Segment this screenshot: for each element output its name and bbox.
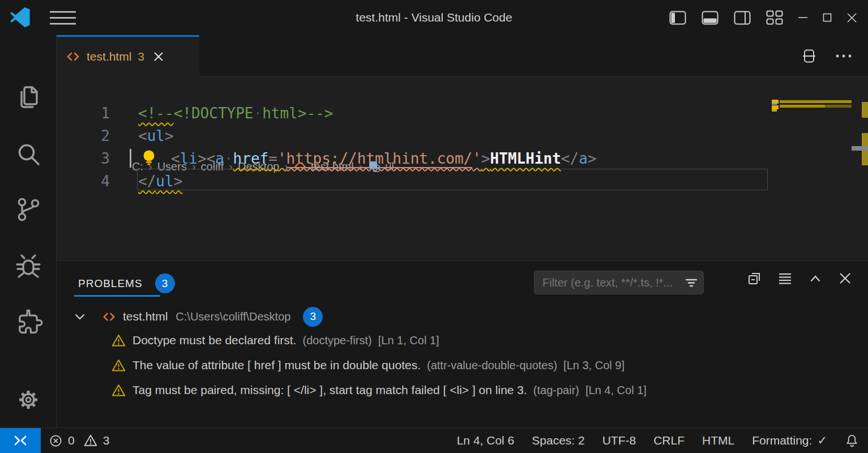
problem-message: The value of attribute [ href ] must be …	[132, 358, 421, 372]
code-token: ·	[224, 150, 233, 167]
problem-rule: (attr-value-double-quotes)	[427, 359, 557, 372]
close-panel-icon[interactable]	[838, 271, 852, 285]
minimap[interactable]	[772, 99, 852, 260]
remote-indicator[interactable]	[0, 428, 41, 453]
customize-layout-icon[interactable]	[766, 10, 783, 25]
lightbulb-icon[interactable]	[140, 148, 158, 166]
tab-label: test.html	[87, 50, 131, 63]
code-line-2[interactable]: 2<ul>	[57, 125, 772, 147]
source-control-icon[interactable]	[14, 195, 43, 224]
tab-test-html[interactable]: test.html 3	[57, 35, 199, 76]
code-text: <ul>	[138, 125, 174, 147]
problem-rule: (doctype-first)	[302, 334, 371, 347]
collapse-all-icon[interactable]	[747, 271, 762, 286]
maximize-panel-icon[interactable]	[808, 271, 823, 286]
problem-rule: (tag-pair)	[533, 384, 579, 397]
tab-close-icon[interactable]	[153, 51, 164, 62]
active-panel-tab-underline	[74, 295, 160, 297]
code-line-1[interactable]: 1<!--<!DOCTYPE·html>-->	[57, 102, 772, 125]
menu-hamburger-icon[interactable]	[50, 10, 76, 25]
vscode-logo-icon[interactable]	[10, 7, 31, 28]
toggle-primary-sidebar-icon[interactable]	[669, 11, 686, 25]
code-token: </	[138, 173, 156, 190]
code-token: li	[180, 150, 198, 167]
notifications-bell-icon[interactable]	[845, 434, 859, 448]
more-actions-icon[interactable]	[835, 53, 852, 59]
problems-filter-input[interactable]	[541, 276, 684, 290]
code-token: href	[233, 150, 269, 167]
code-line-4[interactable]: 4</ul>	[57, 170, 772, 193]
run-debug-icon[interactable]	[14, 252, 43, 281]
code-token: >	[165, 127, 174, 144]
editor[interactable]: C: › Users › coliff › Desktop › test.htm…	[57, 76, 868, 260]
problem-location: [Ln 1, Col 1]	[378, 334, 439, 347]
html-file-icon	[66, 49, 80, 64]
code-text: <!--<!DOCTYPE·html>-->	[138, 102, 333, 125]
problems-file-path: C:\Users\coliff\Desktop	[176, 310, 290, 323]
minimize-button[interactable]	[798, 13, 807, 22]
html-file-icon	[102, 310, 116, 324]
maximize-button[interactable]	[823, 13, 832, 22]
code-token: <!DOCTYPE	[174, 105, 254, 122]
problem-message: Doctype must be declared first.	[132, 334, 296, 347]
code-token: ·	[254, 105, 263, 122]
code-token: >	[198, 150, 207, 167]
code-token: </	[561, 150, 579, 167]
explorer-icon[interactable]	[14, 83, 43, 112]
code-token: >	[174, 173, 183, 190]
problems-file-group[interactable]: test.html C:\Users\coliff\Desktop 3	[57, 305, 868, 328]
activity-bar	[0, 35, 57, 428]
formatting-status[interactable]: Formatting:✓	[752, 434, 827, 447]
code-text: </ul>	[138, 170, 182, 193]
problems-panel: PROBLEMS 3	[57, 260, 868, 428]
split-editor-icon[interactable]	[801, 48, 817, 64]
line-number: 4	[57, 170, 110, 193]
problem-location: [Ln 3, Col 9]	[563, 359, 625, 372]
indentation[interactable]: Spaces: 2	[532, 434, 584, 447]
scrollbar-overview-ruler[interactable]	[852, 76, 868, 260]
warning-icon	[111, 333, 126, 348]
error-count: 0	[68, 434, 75, 447]
tab-strip: test.html 3	[57, 35, 868, 76]
settings-gear-icon[interactable]	[14, 385, 43, 414]
code-lines[interactable]: 1<!--<!DOCTYPE·html>-->2<ul>3<li><a·href…	[57, 102, 772, 193]
filter-icon[interactable]	[684, 275, 699, 290]
tab-problems[interactable]: PROBLEMS 3	[78, 273, 175, 293]
warning-icon	[111, 358, 126, 373]
problem-message: Tag must be paired, missing: [ </li> ], …	[132, 383, 527, 397]
eol-sequence[interactable]: CRLF	[653, 434, 685, 447]
view-as-table-icon[interactable]	[777, 271, 793, 286]
problems-summary[interactable]: 0 3	[49, 428, 109, 453]
toggle-secondary-sidebar-icon[interactable]	[734, 11, 751, 25]
close-window-button[interactable]	[847, 13, 857, 23]
line-number: 1	[57, 102, 110, 125]
extensions-icon[interactable]	[14, 308, 43, 337]
code-token: '	[472, 150, 481, 167]
chevron-down-icon[interactable]	[72, 309, 87, 324]
cursor-position[interactable]: Ln 4, Col 6	[457, 434, 515, 447]
warning-count: 3	[103, 434, 110, 447]
code-token: ul	[147, 127, 165, 144]
code-line-3[interactable]: 3<li><a·href='https://htmlhint.com/'>HTM…	[57, 147, 772, 170]
search-icon[interactable]	[14, 139, 43, 169]
code-token: '	[277, 150, 287, 167]
problems-filter	[534, 271, 704, 294]
code-token: a	[215, 150, 224, 167]
problems-tab-label: PROBLEMS	[78, 277, 143, 290]
code-token: =	[268, 150, 277, 167]
problem-row[interactable]: Doctype must be declared first.(doctype-…	[57, 328, 868, 353]
problem-row[interactable]: The value of attribute [ href ] must be …	[57, 353, 868, 378]
code-token: <!--	[138, 105, 174, 122]
code-token: <	[138, 127, 147, 144]
code-token: <	[207, 150, 216, 167]
line-number: 3	[57, 147, 110, 170]
problems-file-name: test.html	[123, 310, 168, 323]
encoding[interactable]: UTF-8	[602, 434, 636, 447]
problem-row[interactable]: Tag must be paired, missing: [ </li> ], …	[57, 378, 868, 403]
code-token: html>-->	[262, 105, 333, 122]
toggle-panel-icon[interactable]	[702, 11, 719, 25]
code-token: >	[588, 150, 597, 167]
problems-count-badge: 3	[155, 273, 175, 293]
language-mode[interactable]: HTML	[702, 434, 734, 447]
warning-icon	[83, 433, 98, 448]
